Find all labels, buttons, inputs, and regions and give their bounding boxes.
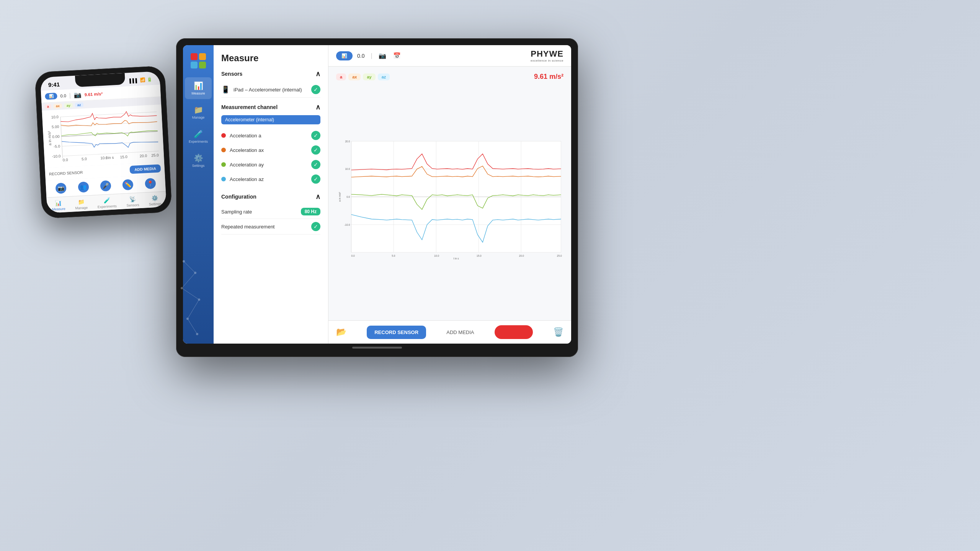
tablet-record-indicator[interactable] (495, 325, 533, 339)
tablet-trash-icon[interactable]: 🗑️ (553, 327, 564, 337)
tablet-bottom-bar: 📂 RECORD SENSOR ADD MEDIA 🗑️ (328, 320, 571, 344)
svg-text:20.0: 20.0 (139, 153, 147, 158)
svg-text:25.0: 25.0 (151, 153, 159, 158)
phone-camera-icon: 📷 (74, 91, 82, 99)
phone-speed-value: 9.61 m/s² (85, 91, 103, 96)
svg-text:0.0: 0.0 (351, 254, 355, 257)
panel-title: Measure (221, 53, 320, 64)
svg-text:0.0: 0.0 (62, 158, 68, 162)
phone-nav-experiments[interactable]: 🧪 Experiments (97, 196, 117, 209)
svg-text:5.0: 5.0 (82, 156, 87, 161)
legend-a: a (45, 104, 52, 109)
svg-text:5.0: 5.0 (392, 254, 395, 257)
tablet-add-media-label[interactable]: ADD MEDIA (446, 329, 474, 335)
measure-nav-label: Measure (52, 207, 65, 211)
svg-text:a in m/s²: a in m/s² (47, 130, 52, 145)
edit-tool-button[interactable]: ✏️ (122, 179, 134, 190)
manage-nav-label: Manage (75, 205, 88, 210)
tablet-screen: 📊 Measure 📁 Manage 🧪 Experiments ⚙️ Sett… (183, 45, 571, 344)
channel-label-a: Acceleration a (230, 133, 307, 139)
svg-line-5 (60, 117, 63, 158)
share-tool-button[interactable]: 👥 (78, 181, 89, 192)
settings-sidebar-label: Settings (192, 164, 205, 168)
svg-text:-10.0: -10.0 (52, 154, 61, 158)
phone-status-icons: ▌▌▌ 📶 🔋 (129, 77, 152, 83)
camera-tool-button[interactable]: 📷 (56, 183, 67, 194)
phywe-logo: PHYWE excellence in science (531, 49, 564, 62)
phone-nav-measure[interactable]: 📊 Measure (52, 199, 66, 211)
phone-nav-manage[interactable]: 📁 Manage (75, 198, 88, 210)
tablet-camera-icon: 📷 (379, 52, 386, 59)
tablet-legend-ay: ay (363, 73, 375, 80)
channel-collapse-icon[interactable]: ∧ (315, 103, 320, 111)
tablet-home-indicator (183, 344, 571, 350)
tablet-measure-icon: 📊 (341, 53, 347, 59)
svg-point-29 (196, 333, 198, 335)
tablet-legend-az: az (378, 73, 390, 80)
mic-tool-button[interactable]: 🎤 (100, 180, 111, 191)
measure-nav-icon: 📊 (54, 199, 63, 207)
svg-text:0.00: 0.00 (52, 134, 60, 139)
tablet-folder-icon[interactable]: 📂 (336, 327, 346, 337)
svg-rect-20 (191, 53, 198, 60)
sensor-check-icon[interactable]: ✓ (311, 85, 320, 94)
sidebar-item-manage[interactable]: 📁 Manage (185, 101, 212, 123)
channel-label-ax: Acceleration ax (230, 147, 307, 153)
phone-add-media-button[interactable]: ADD MEDIA (130, 164, 161, 174)
svg-rect-21 (199, 53, 206, 60)
svg-rect-22 (191, 62, 198, 68)
channel-label-az: Acceleration az (230, 176, 307, 182)
phone-nav-settings[interactable]: ⚙️ Settings (149, 194, 162, 206)
tablet-main-content: Measure Sensors ∧ 📱 iPad – Accelerometer… (214, 45, 571, 344)
tablet-legend-a: a (336, 73, 346, 80)
channel-check-az[interactable]: ✓ (311, 174, 320, 184)
phone-header-value: 0.0 (60, 93, 66, 98)
channel-item-ay: Acceleration ay ✓ (221, 157, 320, 172)
svg-text:-5.0: -5.0 (54, 144, 60, 149)
manage-sidebar-icon: 📁 (194, 105, 203, 114)
tablet-measure-button[interactable]: 📊 (336, 51, 353, 60)
sidebar-item-experiments[interactable]: 🧪 Experiments (185, 126, 212, 147)
repeated-check-icon[interactable]: ✓ (311, 222, 320, 231)
manage-sidebar-label: Manage (192, 116, 205, 119)
phone-measure-button[interactable]: 📊 (45, 93, 57, 100)
legend-ay: ay (64, 103, 73, 108)
channel-check-a[interactable]: ✓ (311, 131, 320, 140)
sidebar-item-settings[interactable]: ⚙️ Settings (185, 150, 212, 171)
location-tool-button[interactable]: 📍 (145, 178, 156, 189)
config-collapse-icon[interactable]: ∧ (315, 192, 320, 201)
channel-item-a: Acceleration a ✓ (221, 128, 320, 143)
tablet-separator: | (371, 52, 372, 59)
svg-line-30 (184, 261, 195, 273)
channel-check-ay[interactable]: ✓ (311, 160, 320, 169)
tablet-header-value: 0.0 (357, 53, 364, 59)
tablet-legend-ax: ax (348, 73, 361, 80)
channel-check-ax[interactable]: ✓ (311, 145, 320, 155)
sensors-nav-label: Sensors (126, 203, 139, 207)
tablet-chart-header: a ax ay az 9.61 m/s² (336, 73, 564, 81)
tablet-body: 📊 Measure 📁 Manage 🧪 Experiments ⚙️ Sett… (176, 38, 578, 357)
channel-dot-ax (221, 148, 226, 152)
phone-record-sensor-button[interactable]: RECORD SENSOR (49, 170, 83, 176)
channel-name-box: Accelerometer (internal) (221, 115, 320, 124)
svg-text:5.00: 5.00 (52, 124, 59, 129)
experiments-nav-icon: 🧪 (102, 197, 111, 204)
channel-dot-az (221, 177, 226, 181)
sensors-collapse-icon[interactable]: ∧ (315, 70, 320, 78)
sampling-rate-value[interactable]: 80 Hz (301, 208, 320, 215)
phone-nav-sensors[interactable]: 📡 Sensors (126, 195, 139, 207)
svg-text:15.0: 15.0 (120, 155, 127, 159)
network-decoration (183, 242, 207, 344)
svg-point-27 (198, 298, 200, 301)
tablet-left-panel: Measure Sensors ∧ 📱 iPad – Accelerometer… (214, 45, 328, 344)
phone-device: 9:41 ▌▌▌ 📶 🔋 📊 0.0 | 📷 9.61 m/s² a (34, 65, 172, 218)
tablet-calendar-icon: 📅 (393, 52, 401, 59)
repeated-measurement-label: Repeated measurement (221, 224, 274, 230)
tablet-speed-display: 9.61 m/s² (534, 73, 564, 81)
sidebar-item-measure[interactable]: 📊 Measure (185, 77, 212, 99)
channel-dot-ay (221, 162, 226, 167)
legend-ax: ax (54, 104, 62, 109)
channel-label-ay: Acceleration ay (230, 162, 307, 168)
tablet-record-sensor-button[interactable]: RECORD SENSOR (367, 326, 426, 339)
phone-chart-svg: 10.0 5.00 0.00 -5.0 -10.0 a in m/s² 0.0 … (45, 108, 161, 163)
